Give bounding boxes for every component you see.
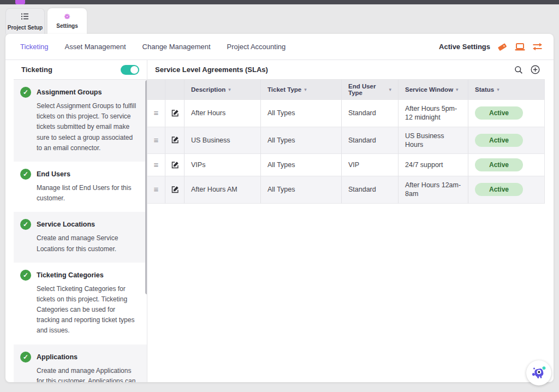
- ticketing-sidebar: Ticketing ✓ Assignment Groups Select Ass…: [14, 60, 147, 382]
- content-area: Ticketing ✓ Assignment Groups Select Ass…: [5, 60, 554, 382]
- browser-top-bar: [0, 0, 559, 4]
- header-description[interactable]: Description▾: [185, 80, 261, 100]
- sidebar-item-title: Ticketing Categories: [37, 271, 138, 279]
- top-bar-accent: [15, 0, 25, 4]
- header-status[interactable]: Status▾: [468, 80, 544, 100]
- sidebar-item-title: End Users: [37, 170, 138, 178]
- item-status: ✓: [20, 169, 31, 180]
- nav-tab-ticketing[interactable]: Ticketing: [20, 43, 49, 51]
- cell-ticket-type: All Types: [261, 154, 342, 176]
- row-edit-button[interactable]: [165, 100, 185, 127]
- settings-card: Ticketing Asset Management Change Manage…: [5, 34, 554, 382]
- sidebar-item[interactable]: ✓ End Users Manage list of End Users for…: [14, 162, 147, 212]
- item-text: End Users Manage list of End Users for t…: [37, 169, 138, 204]
- cell-service-window: US Business Hours: [399, 127, 468, 155]
- sla-table-header-row: Description▾ Ticket Type▾ End User Type▾…: [147, 80, 544, 100]
- sla-table: Description▾ Ticket Type▾ End User Type▾…: [147, 80, 545, 204]
- laptop-icon[interactable]: [514, 42, 525, 52]
- settings-nav-links: Ticketing Asset Management Change Manage…: [20, 43, 286, 51]
- nav-tab-project-accounting[interactable]: Project Accounting: [227, 43, 286, 51]
- check-circle-icon: ✓: [20, 87, 31, 98]
- sidebar-item[interactable]: ✓ Assignment Groups Select Assignment Gr…: [14, 80, 147, 162]
- gear-icon: ❁: [64, 13, 70, 21]
- cell-status: Active: [468, 176, 544, 204]
- sidebar-item[interactable]: ✓ Service Locations Create and manage Se…: [14, 212, 147, 262]
- tab-project-setup-label: Project Setup: [8, 25, 43, 31]
- settings-nav: Ticketing Asset Management Change Manage…: [5, 34, 554, 60]
- row-drag-handle[interactable]: ≡: [147, 176, 165, 204]
- row-drag-handle[interactable]: ≡: [147, 100, 165, 127]
- sidebar-item-list: ✓ Assignment Groups Select Assignment Gr…: [14, 80, 147, 382]
- status-badge: Active: [475, 183, 523, 196]
- drag-handle-icon: ≡: [154, 138, 159, 143]
- header-ticket-type[interactable]: Ticket Type▾: [261, 80, 342, 100]
- swap-arrows-icon[interactable]: [532, 42, 543, 52]
- header-end-user-type[interactable]: End User Type▾: [342, 80, 399, 100]
- cell-end-user-type: Standard: [342, 100, 399, 127]
- tab-settings-label: Settings: [56, 23, 78, 29]
- nav-tab-change-management[interactable]: Change Management: [142, 43, 211, 51]
- sidebar-item-description: Create and manage Applications for this …: [37, 366, 138, 382]
- drag-handle-icon: ≡: [154, 110, 159, 116]
- ticketing-toggle[interactable]: [121, 65, 139, 75]
- sidebar-item-title: Applications: [37, 353, 138, 361]
- robot-mascot-icon: [530, 364, 548, 382]
- tab-settings[interactable]: ❁ Settings: [47, 8, 87, 34]
- sla-panel: Service Level Agreements (SLAs) Descript…: [147, 60, 554, 382]
- header-service-window[interactable]: Service Window▾: [399, 80, 468, 100]
- cell-ticket-type: All Types: [261, 100, 342, 127]
- tab-project-setup[interactable]: Project Setup: [5, 8, 45, 34]
- search-icon[interactable]: [513, 64, 524, 75]
- active-settings-label: Active Settings: [439, 43, 490, 51]
- sla-table-row: ≡ After Hours All Types Standard After H…: [147, 100, 544, 127]
- item-text: Service Locations Create and manage Serv…: [37, 219, 138, 254]
- sort-caret-icon: ▾: [228, 87, 231, 92]
- sidebar-item-description: Select Ticketing Categories for tickets …: [37, 284, 138, 336]
- sort-caret-icon: ▾: [497, 87, 499, 92]
- row-drag-handle[interactable]: ≡: [147, 154, 165, 176]
- sla-table-body: ≡ After Hours All Types Standard After H…: [147, 100, 544, 204]
- row-drag-handle[interactable]: ≡: [147, 127, 165, 155]
- sidebar-item-title: Assignment Groups: [37, 88, 138, 96]
- item-status: ✓: [20, 219, 31, 230]
- sidebar-item[interactable]: ✓ Applications Create and manage Applica…: [14, 345, 147, 382]
- cell-service-window: After Hours 12am-8am: [399, 176, 468, 204]
- sidebar-item-title: Service Locations: [37, 221, 138, 228]
- check-circle-icon: ✓: [20, 219, 31, 230]
- sidebar-item[interactable]: ✓ Ticketing Categories Select Ticketing …: [14, 263, 147, 345]
- sla-header-icons: [513, 64, 540, 75]
- cell-description: VIPs: [185, 154, 261, 176]
- cell-end-user-type: Standard: [342, 176, 399, 204]
- row-edit-button[interactable]: [165, 176, 185, 204]
- sla-table-row: ≡ VIPs All Types VIP 24/7 support Active: [147, 154, 544, 176]
- drag-handle-icon: ≡: [154, 187, 159, 192]
- check-circle-icon: ✓: [20, 352, 31, 363]
- header-drag-column: [147, 80, 165, 100]
- edit-pencil-icon: [171, 136, 179, 144]
- cell-service-window: After Hours 5pm-12 midnight: [399, 100, 468, 127]
- sort-caret-icon: ▾: [456, 87, 459, 92]
- nav-tab-asset-management[interactable]: Asset Management: [65, 43, 126, 51]
- ticket-icon[interactable]: [497, 42, 508, 52]
- sort-caret-icon: ▾: [389, 87, 391, 92]
- toggle-knob: [130, 66, 138, 74]
- help-bot-widget[interactable]: [526, 360, 551, 385]
- cell-description: After Hours: [185, 100, 261, 127]
- drag-handle-icon: ≡: [154, 162, 159, 168]
- header-edit-column: [165, 80, 185, 100]
- row-edit-button[interactable]: [165, 127, 185, 155]
- sidebar-item-description: Select Assignment Groups to fulfill tick…: [37, 101, 138, 153]
- edit-pencil-icon: [171, 186, 179, 194]
- sla-panel-header: Service Level Agreements (SLAs): [147, 60, 545, 80]
- row-edit-button[interactable]: [165, 154, 185, 176]
- cell-description: After Hours AM: [185, 176, 261, 204]
- item-text: Assignment Groups Select Assignment Grou…: [37, 87, 138, 153]
- active-settings-group: Active Settings: [439, 42, 543, 52]
- sidebar-item-description: Create and manage Service Locations for …: [37, 233, 138, 254]
- task-list-icon: [21, 13, 29, 22]
- cell-end-user-type: VIP: [342, 154, 399, 176]
- add-circle-icon[interactable]: [530, 64, 540, 75]
- cell-description: US Business: [185, 127, 261, 155]
- sidebar-scrollbar[interactable]: [145, 80, 147, 294]
- check-circle-icon: ✓: [20, 270, 31, 281]
